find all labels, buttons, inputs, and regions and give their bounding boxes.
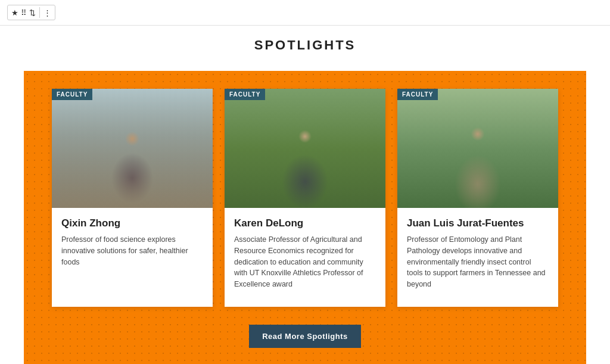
card-desc-3: Professor of Entomology and Plant Pathol… <box>407 234 549 290</box>
read-more-button[interactable]: Read More Spotlights <box>249 325 361 348</box>
star-icon: ★ <box>11 9 18 17</box>
arrows-icon: ⇅ <box>29 9 36 17</box>
cards-row: FACULTY Qixin Zhong Professor of food sc… <box>31 89 579 307</box>
faculty-badge-1: FACULTY <box>52 89 92 100</box>
card-name-3: Juan Luis Jurat-Fuentes <box>407 217 549 229</box>
page-content: SPOTLIGHTS FACULTY Qixin Zhong Professor… <box>0 26 610 364</box>
toolbar-divider <box>39 7 40 18</box>
spotlight-card-2: FACULTY Karen DeLong Associate Professor… <box>225 89 385 307</box>
card-body-3: Juan Luis Jurat-Fuentes Professor of Ent… <box>397 208 558 295</box>
toolbar: ★ ⠿ ⇅ ⋮ <box>0 0 610 26</box>
person-image-3 <box>397 89 558 208</box>
card-desc-1: Professor of food science explores innov… <box>61 234 203 267</box>
spotlight-card-3: FACULTY Juan Luis Jurat-Fuentes Professo… <box>397 89 558 307</box>
spotlight-card-1: FACULTY Qixin Zhong Professor of food sc… <box>52 89 213 307</box>
read-more-wrapper: Read More Spotlights <box>30 325 580 348</box>
faculty-badge-2: FACULTY <box>225 89 265 100</box>
card-body-2: Karen DeLong Associate Professor of Agri… <box>225 208 385 295</box>
card-image-wrapper-1: FACULTY <box>52 89 213 208</box>
toolbar-group-main[interactable]: ★ ⠿ ⇅ ⋮ <box>7 5 55 20</box>
person-image-1 <box>52 89 213 208</box>
card-desc-2: Associate Professor of Agricultural and … <box>234 234 376 290</box>
faculty-badge-3: FACULTY <box>397 89 438 100</box>
card-body-1: Qixin Zhong Professor of food science ex… <box>52 208 213 272</box>
card-image-wrapper-3: FACULTY <box>397 89 558 208</box>
card-image-wrapper-2: FACULTY <box>225 89 385 208</box>
grid-icon: ⠿ <box>21 9 27 17</box>
card-name-1: Qixin Zhong <box>61 217 203 229</box>
spotlights-section: FACULTY Qixin Zhong Professor of food sc… <box>24 71 586 364</box>
section-title: SPOTLIGHTS <box>24 38 586 53</box>
card-name-2: Karen DeLong <box>234 217 376 229</box>
person-image-2 <box>225 89 385 208</box>
dots-icon: ⋮ <box>43 9 51 17</box>
